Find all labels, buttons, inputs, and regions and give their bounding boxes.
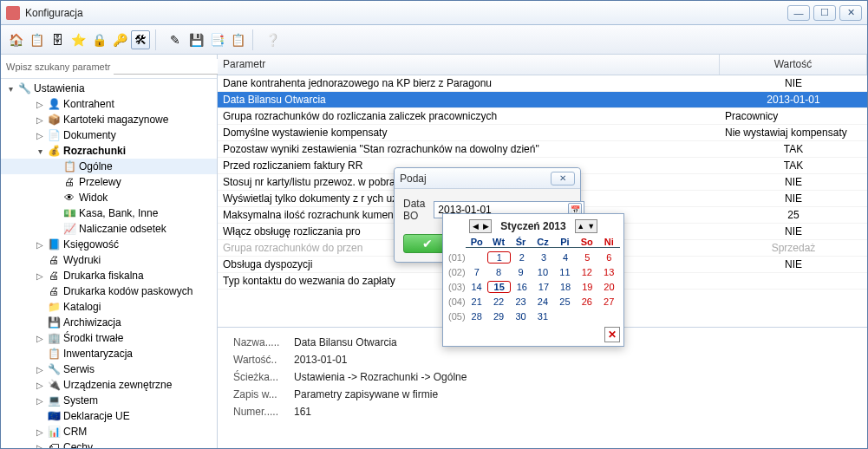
calendar-day[interactable]: 6 bbox=[598, 252, 620, 263]
minimize-button[interactable]: — bbox=[787, 5, 810, 21]
calendar-day[interactable]: 29 bbox=[487, 311, 509, 322]
close-button[interactable]: ✕ bbox=[839, 5, 862, 21]
calendar-day[interactable]: 24 bbox=[532, 296, 553, 307]
calendar-day[interactable]: 26 bbox=[576, 296, 597, 307]
tree-item[interactable]: 📁Katalogi bbox=[1, 299, 217, 315]
col-parametr[interactable]: Parametr bbox=[218, 55, 720, 75]
calendar-day[interactable]: 28 bbox=[466, 311, 487, 322]
calendar-day[interactable]: 30 bbox=[510, 311, 532, 322]
tb-paste-icon[interactable]: 📋 bbox=[228, 30, 247, 49]
calendar-day: . bbox=[576, 311, 597, 322]
cell-value: Nie wystawiaj kompensaty bbox=[720, 127, 867, 139]
calendar-day[interactable]: 12 bbox=[576, 267, 597, 277]
tb-db-icon[interactable]: 🗄 bbox=[48, 30, 67, 49]
calendar-day[interactable]: 18 bbox=[555, 282, 577, 292]
tree-item[interactable]: ▷🏢Środki trwałe bbox=[1, 330, 217, 346]
calendar-dow: Pi bbox=[554, 237, 576, 247]
cell-value: NIE bbox=[720, 258, 867, 270]
tb-edit-icon[interactable]: ✎ bbox=[166, 30, 185, 49]
tb-star-icon[interactable]: ⭐ bbox=[69, 30, 88, 49]
calendar-day[interactable]: 25 bbox=[554, 296, 576, 307]
tb-sep2 bbox=[252, 29, 258, 50]
grid-row[interactable]: Grupa rozrachunków do rozliczania zalicz… bbox=[218, 108, 867, 125]
calendar-day[interactable]: 31 bbox=[532, 311, 553, 322]
calendar-day: . bbox=[466, 252, 487, 263]
grid-row[interactable]: Pozostaw wyniki zestawienia "Stan rozrac… bbox=[218, 141, 867, 158]
grid-row[interactable]: Domyślne wystawienie kompensatyNie wysta… bbox=[218, 125, 867, 141]
calendar-day[interactable]: 17 bbox=[532, 282, 554, 292]
d-name-value: Data Bilansu Otwarcia bbox=[294, 336, 397, 348]
calendar-day[interactable]: 3 bbox=[532, 252, 554, 263]
cell-value: 25 bbox=[720, 209, 867, 221]
cell-value: TAK bbox=[720, 143, 867, 155]
tree-item[interactable]: 👁Widok bbox=[1, 190, 217, 205]
calendar-day[interactable]: 8 bbox=[487, 267, 509, 277]
tree-item[interactable]: ▷📘Księgowość bbox=[1, 237, 217, 252]
col-wartosc[interactable]: Wartość bbox=[720, 55, 867, 75]
tb-save-icon[interactable]: 💾 bbox=[186, 30, 206, 49]
tree-item[interactable]: ▷🔌Urządzenia zewnętrzne bbox=[1, 377, 217, 393]
calendar-day[interactable]: 27 bbox=[598, 296, 620, 307]
calendar-day[interactable]: 4 bbox=[555, 252, 577, 263]
tree-item[interactable]: ▷📄Dokumenty bbox=[1, 127, 217, 143]
tree-root[interactable]: ▾🔧Ustawienia bbox=[1, 81, 217, 96]
calendar-day[interactable]: 20 bbox=[598, 282, 620, 292]
calendar-popup: ◀▶ Styczeń 2013 ▲▼ PoWtŚrCzPiSoNi (01).1… bbox=[442, 213, 624, 347]
year-spinner[interactable]: ▲▼ bbox=[575, 219, 597, 233]
calendar-day[interactable]: 19 bbox=[577, 282, 598, 292]
tree-item[interactable]: ▷📊CRM bbox=[1, 424, 217, 439]
tree-item[interactable]: ▷👤Kontrahent bbox=[1, 96, 217, 112]
calendar-day[interactable]: 11 bbox=[554, 267, 576, 277]
calendar-day[interactable]: 21 bbox=[466, 296, 487, 307]
tree-item[interactable]: 🖨Drukarka kodów paskowych bbox=[1, 283, 217, 299]
search-input[interactable] bbox=[114, 59, 233, 75]
calendar-day[interactable]: 14 bbox=[466, 282, 487, 292]
tree-item[interactable]: 📈Naliczanie odsetek bbox=[1, 221, 217, 237]
cell-value: NIE bbox=[720, 225, 867, 238]
calendar-day[interactable]: 15 bbox=[487, 281, 511, 293]
tree-item[interactable]: 📋Inwentaryzacja bbox=[1, 346, 217, 361]
calendar-day[interactable]: 13 bbox=[598, 267, 620, 277]
calendar-day[interactable]: 16 bbox=[511, 282, 532, 292]
app-icon bbox=[6, 6, 20, 20]
cell-value: 2013-01-01 bbox=[720, 94, 867, 106]
tb-tools-icon[interactable]: 🛠 bbox=[131, 30, 150, 49]
tree-item[interactable]: ▷🔧Serwis bbox=[1, 361, 217, 377]
calendar-day[interactable]: 9 bbox=[510, 267, 532, 277]
tree-item[interactable]: ▷📦Kartoteki magazynowe bbox=[1, 112, 217, 127]
tree-item[interactable]: 💾Archiwizacja bbox=[1, 315, 217, 330]
calendar-day[interactable]: 1 bbox=[487, 251, 511, 264]
tree-item[interactable]: 📋Ogólne bbox=[1, 159, 217, 174]
calendar-dow: Śr bbox=[510, 237, 532, 247]
calendar-day[interactable]: 22 bbox=[487, 296, 509, 307]
grid-row[interactable]: Dane kontrahenta jednorazowego na KP bie… bbox=[218, 75, 867, 92]
calendar-day[interactable]: 5 bbox=[577, 252, 598, 263]
calendar-day[interactable]: 23 bbox=[510, 296, 532, 307]
month-spinner[interactable]: ◀▶ bbox=[469, 219, 492, 233]
tree-item[interactable]: 💵Kasa, Bank, Inne bbox=[1, 205, 217, 221]
tree-item[interactable]: ▷💻System bbox=[1, 393, 217, 408]
calendar-day[interactable]: 10 bbox=[532, 267, 553, 277]
calendar-day[interactable]: 2 bbox=[511, 252, 532, 263]
tree-item[interactable]: ▷🏷Cechy bbox=[1, 439, 217, 448]
tb-copy-icon[interactable]: 📑 bbox=[207, 30, 226, 49]
dialog-close-button[interactable]: ✕ bbox=[551, 172, 575, 185]
d-save-value: Parametry zapisywane w firmie bbox=[294, 388, 438, 400]
tree-item[interactable]: 🇪🇺Deklaracje UE bbox=[1, 408, 217, 424]
tb-list-icon[interactable]: 📋 bbox=[27, 30, 46, 49]
calendar-close-button[interactable]: ✕ bbox=[604, 327, 620, 342]
tb-home-icon[interactable]: 🏠 bbox=[6, 30, 25, 49]
tree-item[interactable]: ▷🖨Drukarka fiskalna bbox=[1, 268, 217, 283]
cell-value: TAK bbox=[720, 159, 867, 172]
tb-help-icon[interactable]: ❔ bbox=[263, 30, 282, 49]
tree-item[interactable]: ▾💰Rozrachunki bbox=[1, 143, 217, 159]
tb-lock-icon[interactable]: 🔒 bbox=[89, 30, 108, 49]
tree-view[interactable]: ▾🔧Ustawienia▷👤Kontrahent▷📦Kartoteki maga… bbox=[1, 79, 217, 448]
calendar-day[interactable]: 7 bbox=[466, 267, 487, 277]
grid-row[interactable]: Data Bilansu Otwarcia2013-01-01 bbox=[218, 92, 867, 108]
tree-item[interactable]: 🖨Przelewy bbox=[1, 174, 217, 190]
tb-key-icon[interactable]: 🔑 bbox=[110, 30, 129, 49]
cell-value: Sprzedaż bbox=[720, 242, 867, 254]
maximize-button[interactable]: ☐ bbox=[813, 5, 836, 21]
tree-item[interactable]: 🖨Wydruki bbox=[1, 252, 217, 268]
